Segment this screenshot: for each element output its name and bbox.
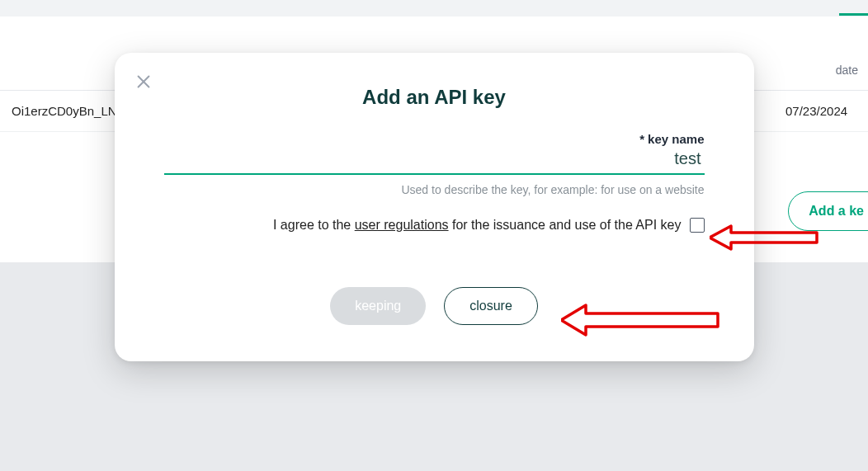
agreement-text: I agree to the user regulations for the … bbox=[273, 218, 682, 233]
add-api-key-modal: Add an API key *key name Used to describ… bbox=[115, 53, 754, 361]
label-text: key name bbox=[648, 132, 704, 146]
key-name-label: *key name bbox=[164, 132, 705, 146]
required-marker: * bbox=[639, 132, 644, 146]
key-name-input[interactable] bbox=[164, 148, 705, 175]
modal-title: Add an API key bbox=[164, 86, 705, 109]
agree-checkbox[interactable] bbox=[690, 218, 705, 233]
modal-actions: keeping closure bbox=[164, 287, 705, 325]
keeping-button[interactable]: keeping bbox=[330, 287, 426, 325]
agreement-row: I agree to the user regulations for the … bbox=[164, 218, 705, 233]
closure-button[interactable]: closure bbox=[444, 287, 538, 325]
modal-overlay: Add an API key *key name Used to describ… bbox=[0, 0, 868, 471]
close-icon[interactable] bbox=[134, 73, 153, 91]
user-regulations-link[interactable]: user regulations bbox=[355, 218, 449, 232]
helper-text: Used to describe the key, for example: f… bbox=[164, 183, 705, 196]
